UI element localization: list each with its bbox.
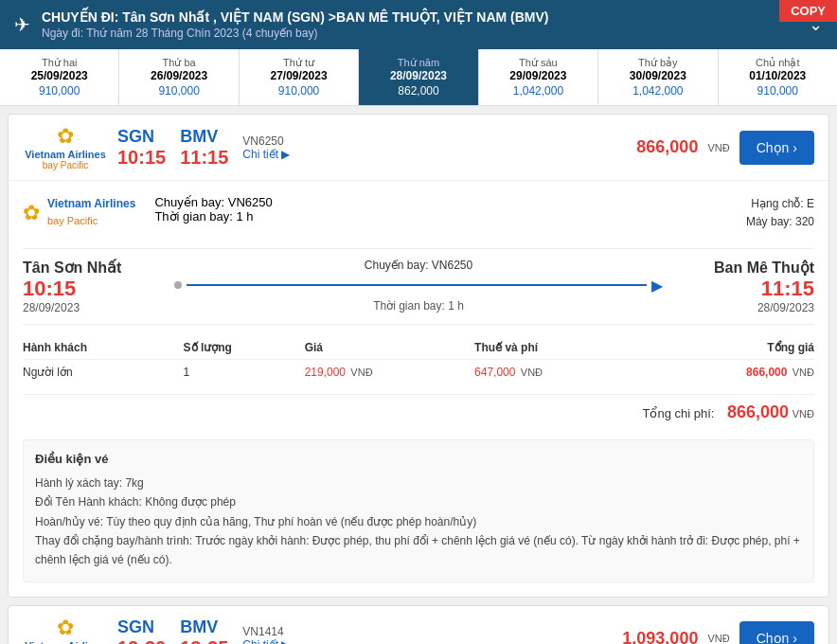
pax-col-qty: Số lượng: [184, 336, 305, 360]
flight-times-2: SGN 12:20 BMV 13:25 VN1414 Chi tiết ▶: [117, 617, 613, 644]
price-unit-2: VNĐ: [707, 633, 729, 644]
detail-link-1[interactable]: Chi tiết ▶: [242, 148, 356, 161]
flight-number-1: VN6250: [242, 134, 356, 148]
copy-button[interactable]: COPY: [779, 0, 837, 22]
dest-time-1: 11:15: [180, 147, 228, 169]
plane-icon: ✈: [14, 13, 30, 36]
detail-airline-name: Vietnam Airlines: [47, 195, 135, 213]
date-cell-2[interactable]: Thứ tư 27/09/2023 910,000: [240, 49, 359, 105]
date-label-0: 25/09/2023: [4, 69, 115, 82]
airline-name-2: Vietnam Airlines: [25, 640, 106, 644]
origin-time-2: 12:20: [117, 637, 166, 644]
date-cell-5[interactable]: Thứ bảy 30/09/2023 1,042,000: [598, 49, 718, 105]
route-arrow-icon: ▶: [651, 277, 663, 295]
header-title: CHUYẾN ĐI: Tân Sơn Nhất , VIỆT NAM (SGN)…: [42, 9, 548, 25]
pax-row-1: Người lớn 1 219,000 VNĐ 647,000 VNĐ 866,…: [23, 359, 814, 385]
date-cell-0[interactable]: Thứ hai 25/09/2023 910,000: [0, 49, 119, 105]
conditions-title: Điều kiện vé: [35, 452, 802, 466]
route-flight-num: Chuyến bay: VN6250: [174, 259, 663, 272]
day-label-5: Thứ bảy: [602, 57, 713, 69]
header-left: ✈ CHUYẾN ĐI: Tân Sơn Nhất , VIỆT NAM (SG…: [14, 9, 548, 40]
flight-info-2: VN1414 Chi tiết ▶: [242, 625, 356, 644]
pax-price: 219,000 VNĐ: [305, 359, 474, 385]
route-visual-1: Tân Sơn Nhất 10:15 28/09/2023 Chuyến bay…: [23, 248, 814, 325]
date-label-3: 28/09/2023: [363, 69, 473, 82]
date-label-2: 27/09/2023: [243, 69, 354, 82]
detail-plane-label: Máy bay: 320: [746, 213, 814, 231]
flight-header: ✈ CHUYẾN ĐI: Tân Sơn Nhất , VIỆT NAM (SG…: [0, 0, 837, 49]
detail-duration-label: Thời gian bay: 1 h: [154, 209, 746, 224]
pax-col-total: Tổng giá: [645, 336, 814, 360]
flight-times-1: SGN 10:15 BMV 11:15 VN6250 Chi tiết ▶: [117, 127, 627, 169]
pax-type: Người lớn: [23, 359, 184, 385]
date-price-6: 910,000: [722, 84, 833, 98]
day-label-4: Thứ sáu: [483, 57, 594, 69]
flight-card-2: ✿ Vietnam Airlines bay Pacific SGN 12:20…: [8, 605, 829, 644]
detail-class-label: Hạng chỗ: E: [746, 195, 814, 213]
ticket-conditions: Điều kiện vé Hành lý xách tay: 7kg Đổi T…: [23, 439, 814, 582]
detail-airline-sub: bay Pacific: [47, 213, 135, 230]
select-button-1[interactable]: Chọn ›: [739, 131, 814, 165]
total-amount: 866,000: [727, 402, 789, 421]
origin-time-1: 10:15: [117, 147, 166, 169]
airline-logo-2: ✿ Vietnam Airlines bay Pacific: [23, 616, 108, 644]
day-label-6: Chủ nhật: [722, 57, 833, 69]
day-label-1: Thứ ba: [123, 57, 234, 69]
total-unit: VNĐ: [792, 408, 814, 420]
select-button-2[interactable]: Chọn ›: [739, 621, 814, 644]
flight-card-1: ✿ Vietnam Airlines bay Pacific SGN 10:15…: [8, 114, 829, 598]
day-label-0: Thứ hai: [4, 57, 115, 69]
flight-price-area-2: 1,093,000 VNĐ: [622, 629, 729, 644]
date-price-5: 1,042,000: [602, 84, 713, 98]
route-dest: Ban Mê Thuột 11:15 28/09/2023: [682, 259, 814, 314]
dest-time-detail: 11:15: [682, 277, 814, 301]
date-cell-4[interactable]: Thứ sáu 29/09/2023 1,042,000: [479, 49, 598, 105]
origin-code-1: SGN: [117, 127, 166, 147]
date-price-1: 910,000: [123, 84, 234, 98]
date-cell-1[interactable]: Thứ ba 26/09/2023 910,000: [119, 49, 239, 105]
passenger-table: Hành khách Số lượng Giá Thuế và phí Tổng…: [23, 336, 814, 385]
pax-tax: 647,000 VNĐ: [474, 359, 644, 385]
route-arrow: ▶: [174, 277, 663, 295]
route-dot-start: [174, 281, 182, 289]
dest-code-1: BMV: [180, 127, 228, 147]
dest-code-2: BMV: [180, 617, 228, 637]
date-price-0: 910,000: [4, 84, 115, 98]
day-label-3: Thứ năm: [363, 57, 473, 69]
airline-sub-1: bay Pacific: [43, 160, 88, 170]
pax-total: 866,000 VNĐ: [645, 359, 814, 385]
origin-time-detail: 10:15: [23, 277, 155, 301]
total-label: Tổng chi phí:: [643, 406, 715, 420]
flight-summary-2: ✿ Vietnam Airlines bay Pacific SGN 12:20…: [9, 606, 828, 644]
date-cell-3[interactable]: Thứ năm 28/09/2023 862,000: [359, 49, 478, 105]
date-price-2: 910,000: [243, 84, 354, 98]
route-origin: Tân Sơn Nhất 10:15 28/09/2023: [23, 259, 155, 314]
header-subtitle: Ngày đi: Thứ năm 28 Tháng Chín 2023 (4 c…: [42, 27, 548, 40]
dest-time-2: 13:25: [180, 637, 228, 644]
origin-city: Tân Sơn Nhất: [23, 259, 155, 277]
date-label-1: 26/09/2023: [123, 69, 234, 82]
date-label-6: 01/10/2023: [722, 69, 833, 82]
detail-link-2[interactable]: Chi tiết ▶: [242, 638, 356, 644]
total-cost-row: Tổng chi phí: 866,000 VNĐ: [23, 394, 814, 430]
date-selector: Thứ hai 25/09/2023 910,000 Thứ ba 26/09/…: [0, 49, 837, 106]
pax-qty: 1: [184, 359, 305, 385]
detail-flight-label: Chuyến bay: VN6250: [154, 195, 746, 209]
pax-col-tax: Thuế và phí: [474, 336, 644, 360]
route-middle: Chuyến bay: VN6250 ▶ Thời gian bay: 1 h: [155, 259, 682, 313]
price-unit-1: VNĐ: [707, 142, 729, 153]
dest-date: 28/09/2023: [682, 301, 814, 314]
date-price-4: 1,042,000: [483, 84, 594, 98]
flight-price-1: 866,000: [636, 137, 698, 157]
flight-price-area-1: 866,000 VNĐ: [636, 137, 729, 157]
airline-logo-1: ✿ Vietnam Airlines bay Pacific: [23, 124, 108, 170]
detail-header-left: ✿ Vietnam Airlines bay Pacific: [23, 195, 135, 234]
detail-flight-info: Chuyến bay: VN6250 Thời gian bay: 1 h: [135, 195, 746, 234]
route-duration: Thời gian bay: 1 h: [174, 299, 663, 313]
flight-summary-1: ✿ Vietnam Airlines bay Pacific SGN 10:15…: [9, 115, 828, 180]
date-cell-6[interactable]: Chủ nhật 01/10/2023 910,000: [719, 49, 837, 105]
dest-city: Ban Mê Thuột: [682, 259, 814, 277]
airline-name-1: Vietnam Airlines: [25, 149, 106, 160]
date-label-5: 30/09/2023: [602, 69, 713, 82]
flight-number-2: VN1414: [242, 625, 356, 638]
